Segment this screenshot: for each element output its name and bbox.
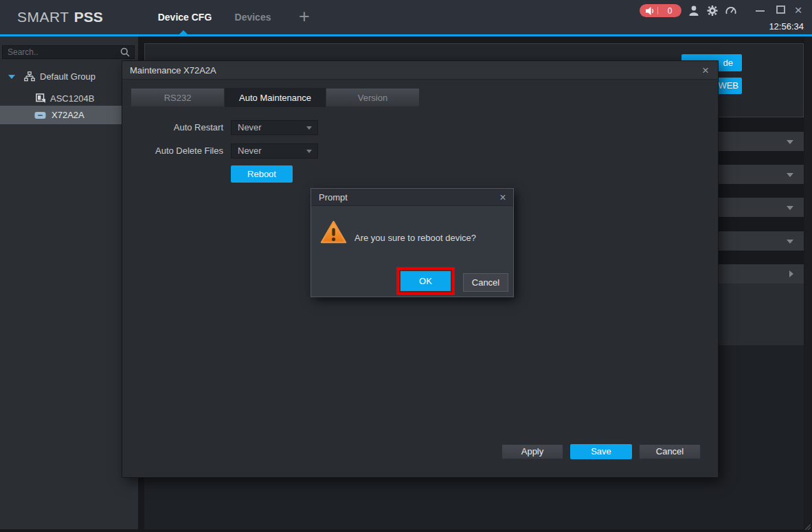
alarm-count: 0 <box>658 6 681 16</box>
prompt-dialog: Prompt × Are you sure to reboot device? … <box>311 188 514 297</box>
speaker-icon <box>646 7 655 15</box>
tree-item-x72a2a-selected[interactable]: X72A2A <box>0 106 122 124</box>
chevron-down-icon[interactable] <box>787 240 793 244</box>
tab-device-cfg[interactable]: Device CFG <box>154 0 216 34</box>
prompt-title-bar[interactable]: Prompt × <box>311 189 513 206</box>
top-bar: SMART PSS Device CFG Devices + 0 <box>0 0 812 36</box>
tab-auto-maintenance[interactable]: Auto Maintenance <box>225 88 326 107</box>
prompt-title: Prompt <box>319 189 348 206</box>
auto-restart-select[interactable]: Never <box>231 120 318 135</box>
gauge-icon[interactable] <box>725 5 736 16</box>
app-logo: SMART PSS <box>17 0 103 34</box>
device-label: ASC1204B <box>50 93 94 104</box>
auto-delete-files-select[interactable]: Never <box>231 143 318 159</box>
dialog-close-icon[interactable]: × <box>697 61 714 80</box>
logo-pss: PSS <box>74 9 103 25</box>
chevron-down-icon <box>306 126 312 130</box>
add-tab-button[interactable]: + <box>295 0 313 34</box>
prompt-cancel-button[interactable]: Cancel <box>463 273 508 292</box>
chevron-down-icon[interactable] <box>787 173 793 177</box>
logo-smart: SMART <box>17 9 69 25</box>
resize-grip[interactable] <box>802 522 811 530</box>
auto-delete-files-label: Auto Delete Files <box>122 143 223 159</box>
window-bottom-edge <box>0 529 812 532</box>
controller-device-icon <box>36 93 46 104</box>
auto-restart-label: Auto Restart <box>122 120 223 135</box>
chevron-down-icon <box>306 150 312 153</box>
ok-button[interactable]: OK <box>401 271 451 291</box>
expand-caret-icon[interactable] <box>8 75 15 79</box>
tab-devices[interactable]: Devices <box>231 0 275 34</box>
tab-rs232[interactable]: RS232 <box>131 88 225 107</box>
cancel-button[interactable]: Cancel <box>639 444 701 459</box>
app-window: SMART PSS Device CFG Devices + 0 <box>0 0 812 532</box>
selected-value: Never <box>238 144 262 158</box>
device-tree-sidebar: Default Group ASC1204B X72A2A <box>0 36 138 529</box>
window-close-button[interactable]: × <box>791 1 805 19</box>
search-icon[interactable] <box>120 47 130 57</box>
clock: 12:56:34 <box>769 21 804 32</box>
reboot-button[interactable]: Reboot <box>231 165 293 183</box>
tree-item-asc1204b[interactable]: ASC1204B <box>0 89 138 108</box>
search-box[interactable] <box>2 45 135 59</box>
minimize-button[interactable] <box>756 10 765 12</box>
maximize-button[interactable] <box>776 5 785 14</box>
group-icon <box>24 71 35 82</box>
tab-version[interactable]: Version <box>326 88 420 107</box>
chevron-right-icon[interactable] <box>789 270 793 277</box>
warning-icon <box>320 220 347 244</box>
gear-icon[interactable] <box>707 5 718 16</box>
device-label: X72A2A <box>52 110 84 120</box>
dialog-title: Maintenance X72A2A <box>130 61 216 80</box>
prompt-close-icon[interactable]: × <box>495 189 510 206</box>
tree-item-default-group[interactable]: Default Group <box>0 67 138 86</box>
device-icon <box>34 111 46 119</box>
group-label: Default Group <box>40 71 95 82</box>
chevron-down-icon[interactable] <box>787 140 793 144</box>
right-gutter <box>804 36 812 529</box>
user-icon[interactable] <box>688 5 699 16</box>
selected-value: Never <box>238 121 262 135</box>
alarm-badge-button[interactable]: 0 <box>640 4 681 17</box>
apply-button[interactable]: Apply <box>501 444 563 459</box>
prompt-message: Are you sure to reboot device? <box>354 233 476 243</box>
search-input[interactable] <box>3 47 120 57</box>
save-button[interactable]: Save <box>570 444 632 459</box>
chevron-down-icon[interactable] <box>787 206 793 210</box>
dialog-title-bar[interactable]: Maintenance X72A2A × <box>122 61 718 80</box>
click-target-annotation: OK <box>396 267 455 295</box>
